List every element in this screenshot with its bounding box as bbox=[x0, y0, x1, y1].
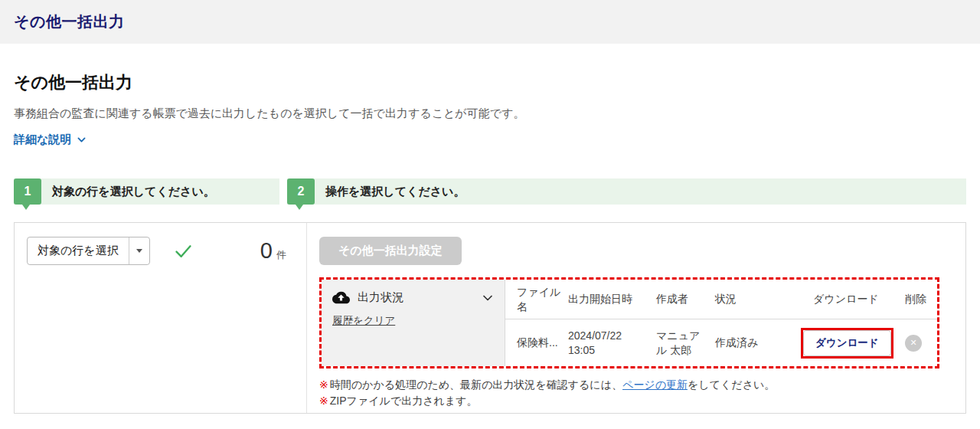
step-1-header: 1 対象の行を選択してください。 bbox=[14, 178, 279, 205]
step-2-number: 2 bbox=[298, 185, 305, 198]
note-asterisk: ※ bbox=[319, 395, 328, 407]
note-zip-text: ZIPファイルで出力されます。 bbox=[330, 395, 478, 407]
page-description: 事務組合の監査に関連する帳票で過去に出力したものを選択して一括で出力することが可… bbox=[14, 106, 966, 121]
output-status-highlight-box: 出力状況 履歴をクリア ファイル名 出力開始日時 作成者 状況 bbox=[319, 277, 939, 368]
chevron-down-icon bbox=[77, 135, 87, 145]
col-header-delete: 削除 bbox=[905, 292, 937, 306]
note-refresh-suffix: をしてください。 bbox=[688, 378, 775, 391]
output-status-title: 出力状況 bbox=[358, 290, 403, 305]
cell-status: 作成済み bbox=[715, 336, 813, 350]
main-content: その他一括出力 事務組合の監査に関連する帳票で過去に出力したものを選択して一括で… bbox=[0, 71, 980, 414]
clear-history-link[interactable]: 履歴をクリア bbox=[332, 314, 395, 328]
operation-section: その他一括出力設定 出力状況 bbox=[307, 223, 965, 413]
row-selection-section: 対象の行を選択 0 件 bbox=[15, 223, 307, 413]
step-headers: 1 対象の行を選択してください。 2 操作を選択してください。 bbox=[14, 178, 966, 205]
app-window: その他一括出力 その他一括出力 事務組合の監査に関連する帳票で過去に出力したもの… bbox=[0, 0, 980, 429]
col-header-creator: 作成者 bbox=[656, 292, 715, 306]
step-1-label: 対象の行を選択してください。 bbox=[52, 185, 215, 199]
output-status-table: ファイル名 出力開始日時 作成者 状況 ダウンロード 削除 保険料... 202… bbox=[505, 280, 937, 366]
step-1-number: 1 bbox=[24, 185, 31, 198]
cell-start-datetime: 2024/07/22 13:05 bbox=[568, 329, 656, 358]
target-row-select-label: 対象の行を選択 bbox=[28, 237, 129, 264]
cell-file-name: 保険料... bbox=[517, 336, 568, 350]
footnotes: ※時間のかかる処理のため、最新の出力状況を確認するには、ページの更新をしてくださ… bbox=[319, 377, 953, 409]
col-header-start-datetime: 出力開始日時 bbox=[568, 292, 656, 306]
download-button-highlight: ダウンロード bbox=[801, 328, 893, 359]
check-icon bbox=[173, 241, 194, 261]
chevron-down-icon[interactable] bbox=[482, 292, 494, 304]
note-refresh: ※時間のかかる処理のため、最新の出力状況を確認するには、ページの更新をしてくださ… bbox=[319, 377, 953, 393]
note-refresh-text: 時間のかかる処理のため、最新の出力状況を確認するには、 bbox=[330, 378, 622, 391]
batch-output-settings-button[interactable]: その他一括出力設定 bbox=[319, 237, 462, 265]
step-2-badge: 2 bbox=[287, 178, 315, 205]
download-button[interactable]: ダウンロード bbox=[803, 330, 891, 356]
cell-download: ダウンロード bbox=[813, 328, 905, 359]
col-header-download: ダウンロード bbox=[813, 292, 905, 306]
delete-icon[interactable]: ✕ bbox=[905, 335, 922, 352]
page-refresh-link[interactable]: ページの更新 bbox=[622, 378, 688, 391]
main-panel: 対象の行を選択 0 件 その他一括出力設定 bbox=[14, 222, 966, 414]
top-header-bar: その他一括出力 bbox=[0, 0, 980, 44]
note-asterisk: ※ bbox=[319, 378, 328, 391]
note-zip: ※ZIPファイルで出力されます。 bbox=[319, 393, 953, 409]
cloud-upload-icon bbox=[332, 289, 350, 306]
selected-count: 0 件 bbox=[260, 238, 294, 264]
col-header-status: 状況 bbox=[715, 292, 813, 306]
cell-delete: ✕ bbox=[905, 335, 937, 352]
dropdown-caret-icon[interactable] bbox=[129, 237, 149, 264]
detail-description-link[interactable]: 詳細な説明 bbox=[14, 133, 87, 147]
table-row: 保険料... 2024/07/22 13:05 マニュアル 太郎 作成済み ダウ… bbox=[505, 319, 937, 366]
col-header-file-name: ファイル名 bbox=[517, 285, 568, 313]
cell-creator: マニュアル 太郎 bbox=[656, 329, 715, 358]
target-row-select-dropdown[interactable]: 対象の行を選択 bbox=[27, 237, 150, 265]
table-header-row: ファイル名 出力開始日時 作成者 状況 ダウンロード 削除 bbox=[505, 280, 937, 319]
window-title: その他一括出力 bbox=[14, 11, 124, 32]
step-2-header: 2 操作を選択してください。 bbox=[287, 178, 966, 205]
selected-count-unit: 件 bbox=[276, 248, 286, 262]
selected-count-value: 0 bbox=[260, 238, 273, 264]
page-title: その他一括出力 bbox=[14, 71, 966, 94]
detail-link-label: 詳細な説明 bbox=[14, 133, 71, 147]
step-2-label: 操作を選択してください。 bbox=[325, 185, 465, 199]
step-1-badge: 1 bbox=[14, 178, 41, 205]
output-status-panel: 出力状況 履歴をクリア bbox=[322, 280, 505, 366]
